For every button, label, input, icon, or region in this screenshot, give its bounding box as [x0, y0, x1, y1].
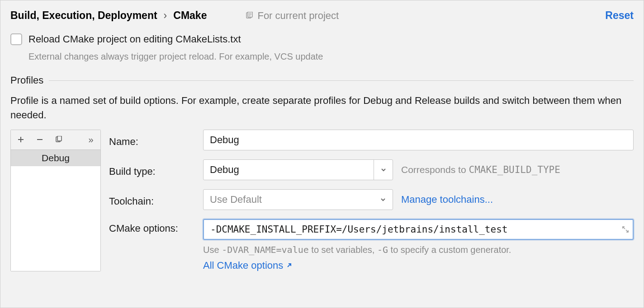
- cmake-options-hint: Use -DVAR_NAME=value to set variables, -…: [203, 244, 634, 255]
- reset-button[interactable]: Reset: [605, 9, 634, 22]
- profiles-description: Profile is a named set of build options.…: [10, 93, 634, 122]
- breadcrumb-leaf: CMake: [173, 9, 207, 22]
- copy-profile-button[interactable]: [54, 136, 63, 143]
- cmake-options-input[interactable]: [203, 219, 634, 240]
- remove-profile-button[interactable]: [35, 136, 44, 143]
- profile-list-empty-area: [11, 166, 100, 271]
- cmake-options-label: CMake options:: [109, 219, 195, 234]
- reload-checkbox-row: Reload CMake project on editing CMakeLis…: [10, 33, 634, 45]
- profile-list-toolbar: »: [11, 130, 100, 150]
- reload-checkbox[interactable]: [10, 33, 22, 45]
- breadcrumb-separator: ›: [164, 9, 167, 22]
- build-type-hint: Corresponds to CMAKE_BUILD_TYPE: [401, 164, 560, 175]
- toolchain-row: Toolchain: Use Default Manage toolchains…: [109, 189, 634, 210]
- svg-rect-6: [57, 136, 62, 141]
- profile-form: Name: Build type: Debug: [109, 130, 634, 271]
- chevron-down-icon: [374, 160, 393, 180]
- project-scope-icon: [246, 12, 254, 20]
- settings-panel: Build, Execution, Deployment › CMake For…: [0, 0, 644, 308]
- name-input[interactable]: [203, 130, 634, 150]
- manage-toolchains-link[interactable]: Manage toolchains...: [401, 194, 493, 205]
- toolchain-label: Toolchain:: [109, 192, 195, 207]
- reload-checkbox-hint: External changes always trigger project …: [28, 51, 634, 62]
- name-label: Name:: [109, 132, 195, 148]
- scope-label: For current project: [257, 10, 339, 22]
- toolchain-value: Use Default: [210, 194, 374, 205]
- build-type-value: Debug: [210, 164, 374, 176]
- chevron-down-icon: [374, 190, 393, 210]
- toolchain-select[interactable]: Use Default: [203, 189, 393, 210]
- profile-list-more-button[interactable]: »: [86, 135, 95, 145]
- profiles-section-header: Profiles: [10, 75, 634, 86]
- profiles-section-title: Profiles: [10, 75, 43, 86]
- profile-list-item[interactable]: Debug: [11, 150, 100, 166]
- breadcrumb: Build, Execution, Deployment › CMake: [10, 9, 207, 22]
- all-cmake-options-link[interactable]: All CMake options: [203, 260, 283, 271]
- profile-list: » Debug: [10, 130, 101, 271]
- build-type-row: Build type: Debug Corresponds to CMAKE_B…: [109, 159, 634, 180]
- breadcrumb-root[interactable]: Build, Execution, Deployment: [10, 9, 157, 22]
- profiles-body: » Debug Name: Build type: Debu: [10, 130, 634, 271]
- build-type-select[interactable]: Debug: [203, 159, 393, 180]
- external-link-icon: [286, 262, 292, 269]
- divider-line: [49, 80, 634, 81]
- header-row: Build, Execution, Deployment › CMake For…: [10, 0, 634, 22]
- add-profile-button[interactable]: [16, 136, 25, 143]
- name-row: Name:: [109, 130, 634, 150]
- reload-checkbox-label[interactable]: Reload CMake project on editing CMakeLis…: [28, 33, 241, 45]
- cmake-options-row: CMake options: Use -DVAR_NAME=value to s…: [109, 219, 634, 271]
- build-type-label: Build type:: [109, 162, 195, 177]
- scope-indicator: For current project: [246, 10, 339, 22]
